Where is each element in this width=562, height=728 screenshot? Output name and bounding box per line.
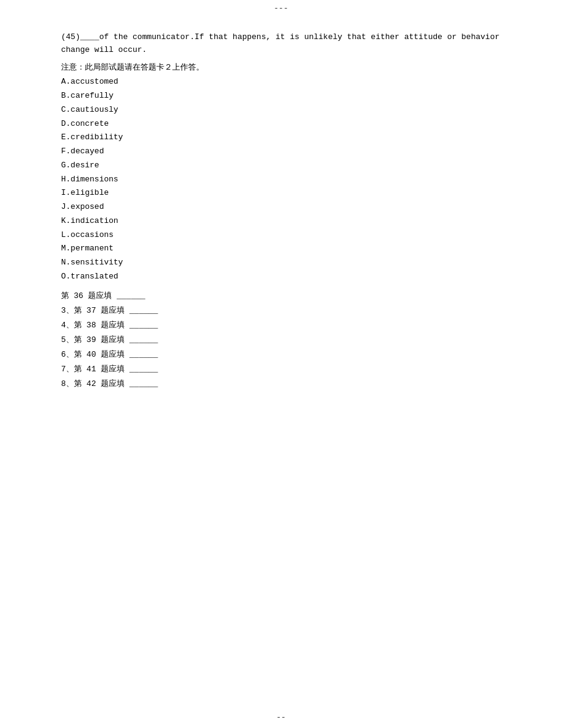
question-body: ____of the communicator.If that happens,…: [61, 32, 500, 54]
option-l: L.occasions: [61, 228, 513, 242]
option-a: A.accustomed: [61, 75, 513, 89]
option-e-word: credibility: [71, 133, 123, 142]
option-d-word: concrete: [71, 119, 109, 128]
option-k: K.indication: [61, 214, 513, 228]
option-d: D.concrete: [61, 117, 513, 131]
option-j-word: exposed: [71, 202, 104, 211]
option-j: J.exposed: [61, 200, 513, 214]
option-a-word: accustomed: [71, 77, 119, 86]
answer-prefix-37: 3、第 37 题应填 ______: [61, 306, 158, 315]
answer-row-41: 7、第 41 题应填 ______: [61, 362, 513, 377]
main-content: (45)____of the communicator.If that happ…: [0, 13, 562, 416]
option-o: O.translated: [61, 270, 513, 284]
option-b-word: carefully: [71, 91, 114, 100]
option-h-word: dimensions: [71, 175, 119, 184]
option-i: I.eligible: [61, 186, 513, 200]
option-h: H.dimensions: [61, 173, 513, 187]
option-g-word: desire: [71, 161, 100, 170]
option-f-word: decayed: [71, 147, 104, 156]
question-text: (45)____of the communicator.If that happ…: [61, 31, 513, 57]
answer-row-37: 3、第 37 题应填 ______: [61, 304, 513, 318]
option-o-letter: O.: [61, 272, 71, 281]
option-b: B.carefully: [61, 89, 513, 103]
option-k-letter: K.: [61, 216, 71, 225]
option-o-word: translated: [71, 272, 119, 281]
option-h-letter: H.: [61, 175, 71, 184]
answer-prefix-41: 7、第 41 题应填 ______: [61, 365, 158, 374]
answer-row-42: 8、第 42 题应填 ______: [61, 377, 513, 391]
bottom-separator: --: [0, 713, 562, 722]
option-l-letter: L.: [61, 230, 71, 239]
option-i-letter: I.: [61, 188, 71, 197]
option-e-letter: E.: [61, 133, 71, 142]
option-n: N.sensitivity: [61, 256, 513, 270]
option-c: C.cautiously: [61, 103, 513, 117]
option-n-word: sensitivity: [71, 258, 123, 267]
option-k-word: indication: [71, 216, 119, 225]
option-g: G.desire: [61, 159, 513, 173]
option-b-letter: B.: [61, 91, 71, 100]
options-list: A.accustomed B.carefully C.cautiously D.…: [61, 75, 513, 283]
answer-label-36: 第 36 题应填 ______: [61, 291, 145, 300]
page-container: --- (45)____of the communicator.If that …: [0, 0, 562, 728]
option-d-letter: D.: [61, 119, 71, 128]
option-m-letter: M.: [61, 244, 71, 253]
answer-prefix-39: 5、第 39 题应填 ______: [61, 335, 158, 344]
top-separator: ---: [0, 0, 562, 13]
option-a-letter: A.: [61, 77, 71, 86]
option-f-letter: F.: [61, 147, 71, 156]
answer-prefix-42: 8、第 42 题应填 ______: [61, 379, 158, 388]
option-m: M.permanent: [61, 242, 513, 256]
answer-row-38: 4、第 38 题应填 ______: [61, 318, 513, 333]
option-e: E.credibility: [61, 131, 513, 145]
answer-prefix-38: 4、第 38 题应填 ______: [61, 321, 158, 330]
answer-row-39: 5、第 39 题应填 ______: [61, 333, 513, 348]
option-n-letter: N.: [61, 258, 71, 267]
option-i-word: eligible: [71, 188, 109, 197]
answer-prefix-40: 6、第 40 题应填 ______: [61, 350, 158, 359]
answer-row-40: 6、第 40 题应填 ______: [61, 348, 513, 362]
option-c-word: cautiously: [71, 105, 119, 114]
option-g-letter: G.: [61, 161, 71, 170]
option-j-letter: J.: [61, 202, 71, 211]
option-c-letter: C.: [61, 105, 71, 114]
option-m-word: permanent: [71, 244, 114, 253]
notice-text: 注意：此局部试题请在答题卡２上作答。: [61, 62, 513, 75]
question-number: (45): [61, 32, 80, 42]
answer-row-36: 第 36 题应填 ______: [61, 289, 513, 304]
option-l-word: occasions: [71, 230, 114, 239]
answer-section: 第 36 题应填 ______ 3、第 37 题应填 ______ 4、第 38…: [61, 289, 513, 391]
option-f: F.decayed: [61, 145, 513, 159]
